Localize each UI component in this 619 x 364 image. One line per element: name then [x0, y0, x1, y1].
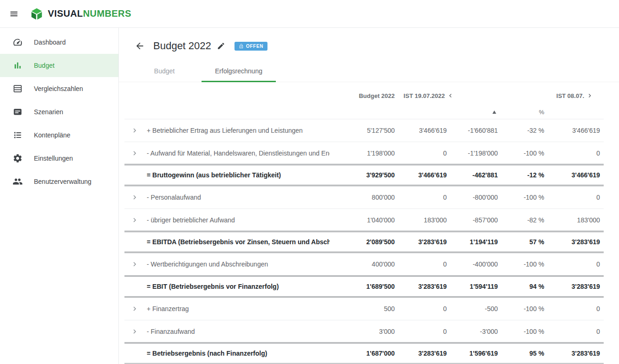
row-budget-value: 1'689'500	[330, 283, 395, 290]
row-percent-value: -100 %	[498, 328, 544, 335]
tab-budget[interactable]: Budget	[127, 60, 202, 82]
brand-name-primary: VISUAL	[48, 8, 83, 19]
row-percent-value: 94 %	[498, 283, 544, 290]
cube-logo-icon	[30, 7, 44, 21]
edit-title-button[interactable]	[215, 40, 227, 52]
status-badge-label: OFFEN	[246, 44, 263, 49]
sidebar-item-label: Kontenpläne	[34, 131, 71, 139]
row-expand-chevron-icon[interactable]	[124, 305, 145, 313]
ist-date-prev-icon[interactable]	[445, 92, 454, 99]
ist-compare-label: IST 08.07.	[556, 92, 584, 99]
row-ist-compare-value: 3'466'619	[544, 127, 600, 134]
row-ist-compare-value: 3'283'619	[544, 350, 600, 357]
row-label: - Wertberichtigungen und Abschreibungen	[145, 260, 330, 268]
tab-erfolgsrechnung[interactable]: Erfolgsrechnung	[202, 60, 276, 82]
row-budget-value: 3'000	[330, 328, 395, 335]
row-ist-value: 0	[395, 150, 447, 157]
row-percent-value: 57 %	[498, 238, 544, 246]
users-group-icon	[13, 176, 23, 187]
brand-name: VISUALNUMBERS	[48, 8, 131, 19]
sidebar-item-kontenplaene[interactable]: Kontenpläne	[0, 124, 118, 147]
table-row: - Personalaufwand 800'000 0 -800'000 -10…	[124, 186, 604, 208]
row-percent-value: -32 %	[498, 127, 544, 134]
ist-date-next-icon[interactable]	[584, 92, 593, 99]
row-label: - übriger betrieblicher Aufwand	[145, 216, 330, 224]
hamburger-menu-button[interactable]	[5, 5, 23, 23]
percent-column-header: %	[498, 109, 544, 116]
sidebar-item-budget[interactable]: Budget	[0, 54, 118, 77]
page-title: Budget 2022	[153, 40, 211, 52]
row-budget-value: 2'089'500	[330, 238, 395, 246]
row-budget-value: 1'198'000	[330, 150, 395, 157]
sidebar-item-benutzerverwaltung[interactable]: Benutzerverwaltung	[0, 170, 118, 193]
row-expand-chevron-icon[interactable]	[124, 216, 145, 224]
column-header-ist-current: IST 19.07.2022	[395, 92, 454, 99]
row-delta-value: 1'594'119	[447, 283, 498, 290]
table-row: - Finanzaufwand 3'000 0 -3'000 -100 % 0	[124, 320, 604, 342]
sidebar-item-szenarien[interactable]: Szenarien	[0, 100, 118, 124]
sidebar-item-label: Budget	[34, 62, 54, 69]
delta-triangle-icon	[447, 109, 498, 116]
table-subheader-row: %	[124, 105, 604, 119]
pencil-icon	[217, 42, 225, 50]
row-percent-value: -100 %	[498, 194, 544, 201]
row-budget-value: 1'040'000	[330, 216, 395, 224]
back-button[interactable]	[133, 39, 147, 53]
row-label: - Personalaufwand	[145, 194, 330, 201]
row-label: = EBITDA (Betriebsergebnis vor Zinsen, S…	[145, 238, 330, 246]
scenario-card-icon	[13, 107, 23, 117]
row-percent-value: -100 %	[498, 305, 544, 312]
sidebar-item-einstellungen[interactable]: Einstellungen	[0, 147, 118, 170]
row-delta-value: -3'000	[447, 328, 498, 335]
row-ist-value: 0	[395, 328, 447, 335]
hamburger-icon	[9, 9, 19, 19]
sidebar-item-dashboard[interactable]: Dashboard	[0, 31, 118, 54]
topbar: VISUALNUMBERS	[0, 0, 619, 28]
ist-current-label: IST 19.07.2022	[404, 92, 445, 99]
row-budget-value: 3'929'500	[330, 171, 395, 179]
table-row: - Wertberichtigungen und Abschreibungen …	[124, 253, 604, 275]
row-ist-value: 0	[395, 260, 447, 268]
table-total-row: = EBIT (Betriebsergebnis vor Finanzerfol…	[124, 275, 604, 298]
row-expand-chevron-icon[interactable]	[124, 327, 145, 336]
bar-chart-icon	[13, 60, 23, 71]
row-delta-value: 1'194'119	[447, 238, 498, 246]
row-ist-value: 3'283'619	[395, 238, 447, 246]
table-total-row: = EBITDA (Betriebsergebnis vor Zinsen, S…	[124, 231, 604, 253]
row-ist-compare-value: 0	[544, 305, 600, 312]
row-ist-compare-value: 3'466'619	[544, 171, 600, 179]
brand-name-secondary: NUMBERS	[83, 8, 131, 19]
account-list-icon	[13, 130, 23, 140]
row-ist-compare-value: 183'000	[544, 216, 600, 224]
row-delta-value: -500	[447, 305, 498, 312]
sidebar: Dashboard Budget Vergleichszahlen Szen	[0, 28, 119, 364]
table-row: + Betrieblicher Ertrag aus Lieferungen u…	[124, 119, 604, 142]
row-label: = Betriebsergebnis (nach Finanzerfolg)	[145, 350, 330, 357]
sidebar-item-label: Szenarien	[34, 108, 63, 116]
back-arrow-icon	[135, 41, 145, 51]
row-expand-chevron-icon[interactable]	[124, 193, 145, 202]
page-header: Budget 2022 OFFEN	[119, 28, 619, 55]
row-expand-chevron-icon[interactable]	[124, 126, 145, 135]
row-ist-value: 183'000	[395, 216, 447, 224]
row-label: + Betrieblicher Ertrag aus Lieferungen u…	[145, 127, 330, 134]
table-total-row: = Bruttogewinn (aus betrieblicher Tätigk…	[124, 164, 604, 186]
row-delta-value: -462'881	[447, 171, 498, 179]
row-ist-compare-value: 3'283'619	[544, 283, 600, 290]
row-expand-chevron-icon[interactable]	[124, 149, 145, 157]
sidebar-item-label: Benutzerverwaltung	[34, 178, 91, 185]
row-ist-value: 3'466'619	[395, 171, 447, 179]
status-badge[interactable]: OFFEN	[235, 42, 267, 51]
row-ist-value: 3'283'619	[395, 283, 447, 290]
sidebar-item-label: Dashboard	[34, 39, 66, 46]
row-percent-value: -12 %	[498, 171, 544, 179]
row-delta-value: -800'000	[447, 194, 498, 201]
row-percent-value: -100 %	[498, 150, 544, 157]
table-header-row: Budget 2022 IST 19.07.2022 IST 08.07.	[124, 86, 604, 105]
row-budget-value: 500	[330, 305, 395, 312]
row-label: = Bruttogewinn (aus betrieblicher Tätigk…	[145, 171, 330, 179]
table-row: - übriger betrieblicher Aufwand 1'040'00…	[124, 208, 604, 231]
row-percent-value: 95 %	[498, 350, 544, 357]
sidebar-item-vergleichszahlen[interactable]: Vergleichszahlen	[0, 77, 118, 100]
row-expand-chevron-icon[interactable]	[124, 260, 145, 268]
